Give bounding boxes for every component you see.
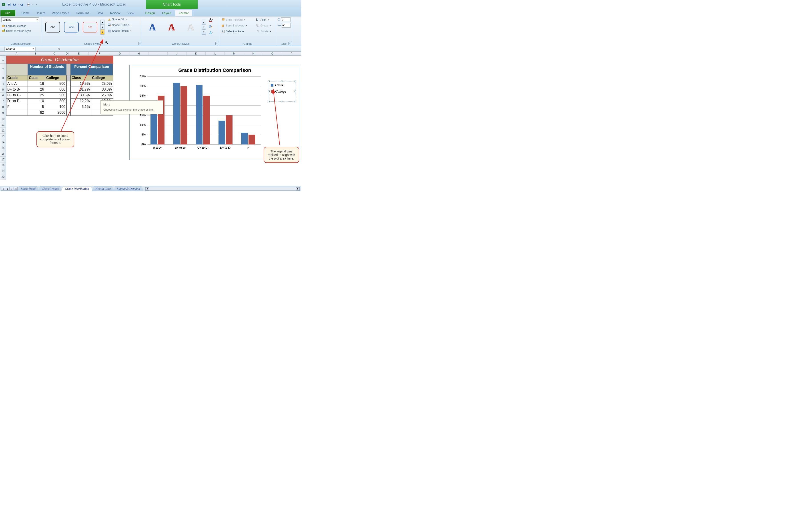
- row-header-1[interactable]: 1: [0, 56, 6, 64]
- tab-home[interactable]: Home: [18, 10, 33, 16]
- row-header-9[interactable]: 9: [0, 110, 6, 116]
- sheet-tab-class-grades[interactable]: Class Grades: [38, 186, 62, 192]
- text-fill-button[interactable]: A▾: [208, 17, 214, 22]
- bar-college-3[interactable]: [226, 115, 233, 144]
- col-header-I[interactable]: I: [148, 52, 168, 55]
- height-input[interactable]: 0": [281, 17, 291, 22]
- col-header-K[interactable]: K: [187, 52, 206, 55]
- tab-view[interactable]: View: [124, 10, 138, 16]
- fx-icon[interactable]: fx: [58, 47, 60, 51]
- name-box[interactable]: Chart 3▼: [4, 47, 35, 51]
- tab-review[interactable]: Review: [107, 10, 124, 16]
- text-outline-button[interactable]: A▾: [208, 24, 214, 29]
- row-header-16[interactable]: 16: [0, 151, 6, 157]
- sheet-nav-next[interactable]: ▶: [9, 187, 13, 191]
- bar-class-2[interactable]: [196, 85, 203, 144]
- group-button[interactable]: Group▼: [255, 23, 272, 28]
- tab-data[interactable]: Data: [93, 10, 107, 16]
- col-header-H[interactable]: H: [129, 52, 148, 55]
- tab-layout[interactable]: Layout: [158, 10, 175, 16]
- col-header-O[interactable]: O: [263, 52, 282, 55]
- tab-page-layout[interactable]: Page Layout: [48, 10, 73, 16]
- shape-effects-button[interactable]: Shape Effects▼: [107, 28, 133, 33]
- row-header-18[interactable]: 18: [0, 162, 6, 168]
- sheet-tab-grade-distribution[interactable]: Grade Distribution: [61, 186, 93, 192]
- col-header-M[interactable]: M: [225, 52, 244, 55]
- row-header-11[interactable]: 11: [0, 122, 6, 128]
- wordart-style-1[interactable]: A: [144, 20, 162, 34]
- col-header-J[interactable]: J: [168, 52, 187, 55]
- shape-style-3[interactable]: Abc: [81, 20, 99, 34]
- row-header-7[interactable]: 7: [0, 98, 6, 104]
- col-header-F[interactable]: F: [89, 52, 110, 55]
- row-header-13[interactable]: 13: [0, 134, 6, 139]
- shape-outline-button[interactable]: Shape Outline▼: [107, 23, 133, 28]
- sheet-nav-first[interactable]: ⏮: [1, 187, 5, 191]
- row-header-8[interactable]: 8: [0, 104, 6, 110]
- sheet-nav-prev[interactable]: ◀: [5, 187, 9, 191]
- tab-formulas[interactable]: Formulas: [73, 10, 93, 16]
- rotate-button[interactable]: Rotate▼: [255, 29, 272, 34]
- row-header-15[interactable]: 15: [0, 145, 6, 151]
- sheet-tab-health-care[interactable]: Health Care: [92, 186, 114, 192]
- row-header-5[interactable]: 5: [0, 87, 6, 92]
- select-all-corner[interactable]: [0, 52, 6, 55]
- excel-icon[interactable]: X: [1, 2, 6, 7]
- tab-design[interactable]: Design: [142, 10, 159, 16]
- col-header-P[interactable]: P: [282, 52, 301, 55]
- col-header-L[interactable]: L: [206, 52, 225, 55]
- row-header-19[interactable]: 19: [0, 168, 6, 174]
- shape-styles-dialog-launcher[interactable]: ↘: [139, 42, 141, 45]
- col-header-N[interactable]: N: [244, 52, 263, 55]
- col-header-C[interactable]: C: [44, 52, 65, 55]
- scroll-down-icon[interactable]: ▼: [101, 25, 104, 30]
- shape-style-1[interactable]: Abc: [44, 20, 62, 34]
- row-header-6[interactable]: 6: [0, 92, 6, 98]
- tab-format[interactable]: Format: [175, 10, 192, 16]
- wordart-more-button[interactable]: ▼: [202, 30, 206, 34]
- selection-pane-button[interactable]: Selection Pane: [221, 29, 249, 34]
- col-header-B[interactable]: B: [27, 52, 44, 55]
- row-header-14[interactable]: 14: [0, 139, 6, 145]
- wordart-style-3[interactable]: A: [182, 20, 200, 34]
- reset-match-style-button[interactable]: Reset to Match Style: [1, 28, 41, 33]
- bar-class-4[interactable]: [241, 133, 248, 144]
- row-header-10[interactable]: 10: [0, 116, 6, 122]
- width-input[interactable]: 0": [282, 23, 291, 28]
- align-button[interactable]: Align▼: [255, 17, 272, 22]
- shape-styles-more-button[interactable]: ▼: [101, 30, 104, 34]
- scroll-down-icon[interactable]: ▼: [202, 25, 206, 30]
- send-backward-button[interactable]: Send Backward▼: [221, 23, 249, 28]
- col-header-E[interactable]: E: [69, 52, 89, 55]
- wordart-dialog-launcher[interactable]: ↘: [215, 42, 218, 45]
- scroll-right-icon[interactable]: ▶: [296, 187, 300, 190]
- row-header-4[interactable]: 4: [0, 81, 6, 87]
- file-tab[interactable]: File: [0, 10, 15, 16]
- tab-insert[interactable]: Insert: [33, 10, 48, 16]
- scroll-up-icon[interactable]: ▲: [202, 20, 206, 25]
- scroll-left-icon[interactable]: ◀: [145, 187, 149, 190]
- col-header-A[interactable]: A: [6, 52, 27, 55]
- sheet-tab-stock-trend[interactable]: Stock Trend: [17, 186, 39, 192]
- chart-legend[interactable]: Class College: [269, 81, 295, 102]
- bar-college-2[interactable]: [203, 96, 210, 144]
- row-header-17[interactable]: 17: [0, 157, 6, 162]
- undo-icon[interactable]: [12, 2, 17, 7]
- row-header-2[interactable]: 2: [0, 64, 6, 75]
- row-header-3[interactable]: 3: [0, 75, 6, 81]
- wordart-style-2[interactable]: A: [163, 20, 180, 34]
- col-header-D[interactable]: D: [65, 52, 69, 55]
- scroll-up-icon[interactable]: ▲: [101, 20, 104, 25]
- shape-fill-button[interactable]: Shape Fill▼: [107, 17, 133, 22]
- row-header-20[interactable]: 20: [0, 174, 6, 180]
- row-header-12[interactable]: 12: [0, 128, 6, 134]
- cells[interactable]: Grade Distribution Number of Students Pe…: [6, 56, 301, 180]
- size-dialog-launcher[interactable]: ↘: [288, 42, 291, 45]
- bar-class-3[interactable]: [219, 120, 225, 144]
- save-icon[interactable]: [7, 2, 11, 7]
- chart-element-dropdown[interactable]: Legend▼: [1, 17, 39, 22]
- sheet-nav-last[interactable]: ⏭: [13, 187, 18, 191]
- horizontal-scrollbar[interactable]: ◀ ▶: [145, 187, 300, 191]
- bring-forward-button[interactable]: Bring Forward▼: [221, 17, 249, 22]
- bar-class-1[interactable]: [173, 83, 180, 144]
